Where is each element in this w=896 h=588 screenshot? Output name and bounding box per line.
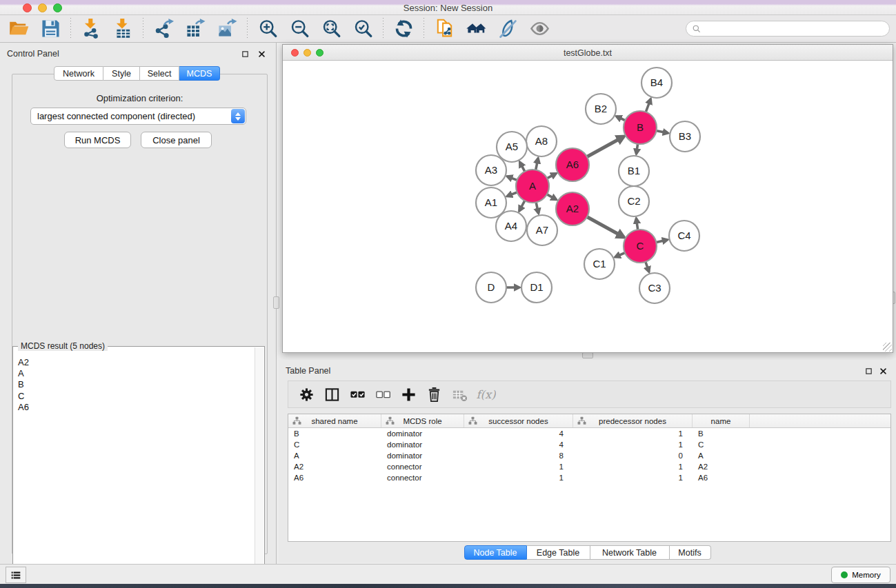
node-C1[interactable]: C1: [584, 249, 615, 279]
delete-column-button[interactable]: [421, 383, 447, 406]
close-panel-action-button[interactable]: Close panel: [141, 132, 212, 148]
result-item[interactable]: C: [18, 391, 255, 402]
node-A4[interactable]: A4: [496, 211, 526, 241]
result-item[interactable]: A6: [18, 402, 255, 413]
memory-label: Memory: [852, 571, 881, 579]
column-header-shared-name[interactable]: shared name: [288, 414, 381, 427]
tab-network[interactable]: Network: [54, 66, 103, 81]
network-graph[interactable]: B4B2BB3A8A5A6A3B1AC2A1A2A4A7C4CC1C3DD1: [283, 61, 893, 352]
memory-button[interactable]: Memory: [831, 567, 890, 583]
split-view-button[interactable]: [319, 383, 345, 406]
add-column-button[interactable]: [396, 383, 421, 406]
tab-edge-table[interactable]: Edge Table: [527, 545, 590, 560]
node-C3[interactable]: C3: [639, 273, 670, 303]
export-image-button[interactable]: [215, 17, 239, 41]
table-row[interactable]: Adominator80A: [288, 450, 890, 461]
control-panel-tabs: NetworkStyleSelectMCDS: [54, 66, 220, 81]
result-item[interactable]: B: [18, 379, 255, 390]
tab-node-table[interactable]: Node Table: [464, 545, 527, 560]
node-label: C4: [677, 230, 690, 241]
close-table-panel-button[interactable]: [879, 367, 888, 375]
task-history-button[interactable]: [6, 567, 26, 583]
node-B3[interactable]: B3: [670, 121, 700, 152]
node-A8[interactable]: A8: [526, 126, 557, 156]
column-settings-button[interactable]: [294, 383, 319, 406]
network-canvas[interactable]: B4B2BB3A8A5A6A3B1AC2A1A2A4A7C4CC1C3DD1: [283, 61, 893, 352]
run-mcds-button[interactable]: Run MCDS: [64, 132, 131, 148]
export-network-icon: [154, 19, 174, 39]
save-session-button[interactable]: [38, 17, 63, 41]
list-icon: [10, 569, 21, 581]
table-header-row: shared nameMCDS rolesuccessor nodesprede…: [288, 414, 890, 428]
import-table-button[interactable]: [110, 17, 135, 41]
export-table-button[interactable]: [183, 17, 208, 41]
node-A6[interactable]: A6: [556, 148, 589, 181]
node-A[interactable]: A: [516, 170, 549, 203]
table-cell: C: [693, 440, 750, 449]
node-B4[interactable]: B4: [641, 68, 672, 98]
zoom-out-button[interactable]: [287, 17, 312, 41]
node-C2[interactable]: C2: [619, 186, 649, 216]
table-row[interactable]: A6connector11A6: [288, 472, 890, 483]
node-C[interactable]: C: [624, 230, 657, 263]
node-C4[interactable]: C4: [669, 221, 699, 251]
search-field[interactable]: [686, 21, 890, 37]
import-network-button[interactable]: [79, 17, 103, 41]
node-A3[interactable]: A3: [476, 155, 506, 185]
table-row[interactable]: Cdominator41C: [288, 439, 890, 450]
node-A2[interactable]: A2: [556, 192, 589, 225]
node-B2[interactable]: B2: [586, 94, 616, 124]
open-folder-button[interactable]: [6, 17, 31, 41]
table-cell: 1: [573, 429, 693, 438]
mcds-result-list[interactable]: A2ABCA6: [14, 351, 255, 582]
column-header-successor-nodes[interactable]: successor nodes: [464, 414, 573, 427]
graphics-details-button[interactable]: [495, 17, 520, 41]
table-cell: 1: [464, 474, 573, 482]
table-panel-header: Table Panel: [279, 360, 896, 378]
result-item[interactable]: A: [18, 368, 255, 379]
table-cell: 4: [464, 440, 573, 449]
result-item[interactable]: A2: [18, 357, 255, 368]
home-button[interactable]: [464, 17, 488, 41]
node-A5[interactable]: A5: [497, 132, 527, 162]
float-panel-button[interactable]: [241, 50, 250, 58]
float-table-panel-button[interactable]: [865, 367, 873, 375]
node-A7[interactable]: A7: [527, 215, 557, 245]
node-label: A: [529, 180, 536, 192]
search-icon: [692, 24, 701, 34]
column-header-predecessor-nodes[interactable]: predecessor nodes: [573, 414, 693, 427]
refresh-layout-button[interactable]: [391, 17, 416, 41]
bottom-splitter-grip[interactable]: [582, 352, 593, 358]
close-panel-button[interactable]: [258, 50, 266, 58]
tab-network-table[interactable]: Network Table: [590, 545, 670, 560]
column-header-name[interactable]: name: [693, 414, 750, 427]
tab-mcds[interactable]: MCDS: [179, 66, 220, 81]
zoom-fit-button[interactable]: [319, 17, 344, 41]
result-scrollbar[interactable]: [255, 347, 263, 582]
zoom-selected-button[interactable]: [350, 17, 375, 41]
eye-button[interactable]: [527, 17, 552, 41]
node-D1[interactable]: D1: [521, 272, 552, 303]
left-splitter-grip[interactable]: [273, 296, 279, 309]
application-window: Session: New Session Control Panel Netwo…: [0, 0, 896, 588]
window-resize-grip[interactable]: [883, 343, 892, 352]
table-row[interactable]: Bdominator41B: [288, 428, 890, 439]
column-header-MCDS-role[interactable]: MCDS role: [381, 414, 464, 427]
search-input[interactable]: [705, 23, 884, 34]
node-B[interactable]: B: [624, 111, 657, 144]
node-D[interactable]: D: [476, 272, 506, 303]
select-all-button[interactable]: [345, 383, 370, 406]
mcds-tab-content: Optimization criterion: largest connecte…: [12, 74, 268, 554]
clone-network-button[interactable]: [432, 17, 457, 41]
tab-style[interactable]: Style: [103, 66, 140, 81]
node-label: A8: [535, 135, 548, 147]
zoom-in-button[interactable]: [255, 17, 280, 41]
deselect-all-button[interactable]: [370, 383, 396, 406]
node-B1[interactable]: B1: [619, 156, 649, 186]
export-network-button[interactable]: [151, 17, 176, 41]
tab-motifs[interactable]: Motifs: [670, 545, 711, 560]
table-row[interactable]: A2connector11A2: [288, 461, 890, 472]
tab-select[interactable]: Select: [140, 66, 179, 81]
criterion-dropdown[interactable]: largest connected component (directed): [30, 108, 246, 125]
import-network-icon: [81, 19, 101, 39]
